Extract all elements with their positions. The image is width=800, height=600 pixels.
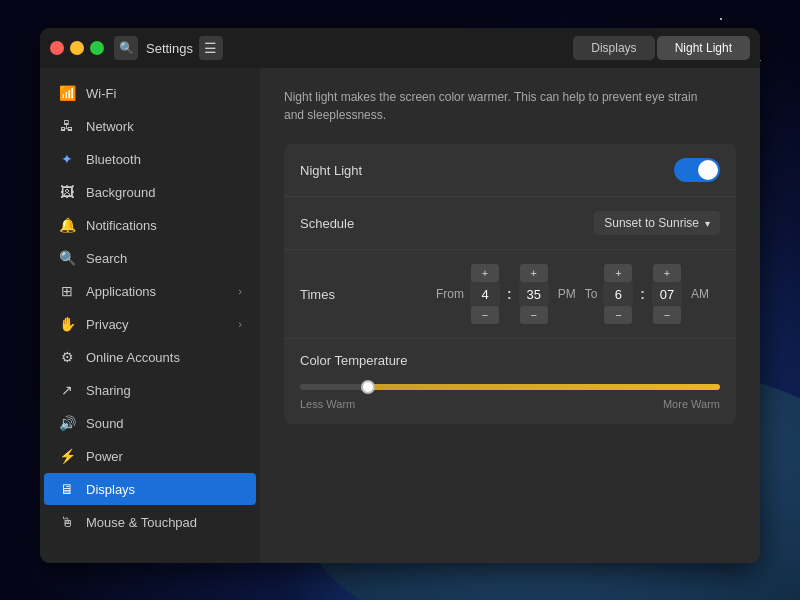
- to-label: To: [585, 287, 598, 301]
- schedule-value: Sunset to Sunrise: [604, 216, 699, 230]
- chevron-down-icon: ▾: [705, 218, 710, 229]
- from-minute-value: 35: [519, 282, 549, 306]
- times-row: Times From + 4 − : + 35: [284, 250, 736, 339]
- sidebar-label-displays: Displays: [86, 482, 135, 497]
- window-title: Settings: [146, 41, 193, 56]
- sidebar-label-privacy: Privacy: [86, 317, 129, 332]
- sidebar-item-background[interactable]: 🖼 Background: [44, 176, 256, 208]
- schedule-control: Sunset to Sunrise ▾: [430, 211, 720, 235]
- to-minute-up[interactable]: +: [653, 264, 681, 282]
- color-temp-label: Color Temperature: [300, 353, 430, 368]
- sidebar-label-bluetooth: Bluetooth: [86, 152, 141, 167]
- less-warm-label: Less Warm: [300, 398, 355, 410]
- tab-bar: Displays Night Light: [573, 36, 750, 60]
- sidebar-label-wifi: Wi-Fi: [86, 86, 116, 101]
- from-hour-up[interactable]: +: [471, 264, 499, 282]
- sidebar-label-background: Background: [86, 185, 155, 200]
- sidebar-item-bluetooth[interactable]: ✦ Bluetooth: [44, 143, 256, 175]
- to-ampm: AM: [691, 287, 709, 301]
- network-icon: 🖧: [58, 118, 76, 134]
- slider-labels: Less Warm More Warm: [300, 398, 720, 410]
- sidebar-label-power: Power: [86, 449, 123, 464]
- displays-icon: 🖥: [58, 481, 76, 497]
- from-minute-spinbox: + 35 −: [519, 264, 549, 324]
- toggle-control: [430, 158, 720, 182]
- from-hour-value: 4: [470, 282, 500, 306]
- wifi-icon: 📶: [58, 85, 76, 101]
- sharing-icon: ↗: [58, 382, 76, 398]
- sidebar-label-search: Search: [86, 251, 127, 266]
- to-minute-down[interactable]: −: [653, 306, 681, 324]
- night-light-toggle[interactable]: [674, 158, 720, 182]
- night-light-label: Night Light: [300, 163, 430, 178]
- sidebar-label-sound: Sound: [86, 416, 124, 431]
- sidebar-label-sharing: Sharing: [86, 383, 131, 398]
- window-body: 📶 Wi-Fi 🖧 Network ✦ Bluetooth 🖼 Backgrou…: [40, 68, 760, 563]
- applications-icon: ⊞: [58, 283, 76, 299]
- from-ampm: PM: [558, 287, 576, 301]
- times-control: From + 4 − : + 35 −: [436, 264, 712, 324]
- sidebar-label-applications: Applications: [86, 284, 156, 299]
- to-minute-value: 07: [652, 282, 682, 306]
- main-content: Night light makes the screen color warme…: [260, 68, 760, 563]
- to-hour-value: 6: [603, 282, 633, 306]
- sidebar: 📶 Wi-Fi 🖧 Network ✦ Bluetooth 🖼 Backgrou…: [40, 68, 260, 563]
- sidebar-item-displays[interactable]: 🖥 Displays: [44, 473, 256, 505]
- night-light-description: Night light makes the screen color warme…: [284, 88, 736, 124]
- bluetooth-icon: ✦: [58, 151, 76, 167]
- to-hour-spinbox: + 6 −: [603, 264, 633, 324]
- sound-icon: 🔊: [58, 415, 76, 431]
- to-hour-down[interactable]: −: [604, 306, 632, 324]
- background-icon: 🖼: [58, 184, 76, 200]
- night-light-section: Night Light Schedule Sunset to Sunrise ▾: [284, 144, 736, 424]
- sidebar-item-wifi[interactable]: 📶 Wi-Fi: [44, 77, 256, 109]
- color-temp-slider[interactable]: [300, 384, 720, 390]
- maximize-button[interactable]: □: [90, 41, 104, 55]
- sidebar-label-mouse-touchpad: Mouse & Touchpad: [86, 515, 197, 530]
- sidebar-item-notifications[interactable]: 🔔 Notifications: [44, 209, 256, 241]
- search-icon-button[interactable]: 🔍: [114, 36, 138, 60]
- from-label: From: [436, 287, 464, 301]
- sidebar-label-network: Network: [86, 119, 134, 134]
- schedule-dropdown[interactable]: Sunset to Sunrise ▾: [594, 211, 720, 235]
- privacy-icon: ✋: [58, 316, 76, 332]
- arrow-icon-applications: ›: [238, 285, 242, 297]
- sidebar-item-online-accounts[interactable]: ⚙ Online Accounts: [44, 341, 256, 373]
- sidebar-label-notifications: Notifications: [86, 218, 157, 233]
- tab-displays[interactable]: Displays: [573, 36, 654, 60]
- color-temperature-row: Color Temperature Less Warm More Warm: [284, 339, 736, 424]
- sidebar-item-sound[interactable]: 🔊 Sound: [44, 407, 256, 439]
- sidebar-item-network[interactable]: 🖧 Network: [44, 110, 256, 142]
- sidebar-item-search[interactable]: 🔍 Search: [44, 242, 256, 274]
- arrow-icon-privacy: ›: [238, 318, 242, 330]
- window-controls: × – □: [50, 41, 104, 55]
- to-minute-spinbox: + 07 −: [652, 264, 682, 324]
- sidebar-item-privacy[interactable]: ✋ Privacy ›: [44, 308, 256, 340]
- from-minute-down[interactable]: −: [520, 306, 548, 324]
- search-icon: 🔍: [58, 250, 76, 266]
- power-icon: ⚡: [58, 448, 76, 464]
- mouse-icon: 🖱: [58, 514, 76, 530]
- close-button[interactable]: ×: [50, 41, 64, 55]
- sidebar-item-mouse-touchpad[interactable]: 🖱 Mouse & Touchpad: [44, 506, 256, 538]
- menu-button[interactable]: ☰: [199, 36, 223, 60]
- notifications-icon: 🔔: [58, 217, 76, 233]
- sidebar-item-applications[interactable]: ⊞ Applications ›: [44, 275, 256, 307]
- more-warm-label: More Warm: [663, 398, 720, 410]
- colon-1: :: [507, 286, 512, 302]
- sidebar-label-online-accounts: Online Accounts: [86, 350, 180, 365]
- sidebar-item-power[interactable]: ⚡ Power: [44, 440, 256, 472]
- times-label: Times: [300, 287, 430, 302]
- tab-night-light[interactable]: Night Light: [657, 36, 750, 60]
- from-hour-spinbox: + 4 −: [470, 264, 500, 324]
- sidebar-item-sharing[interactable]: ↗ Sharing: [44, 374, 256, 406]
- schedule-label: Schedule: [300, 216, 430, 231]
- titlebar: × – □ 🔍 Settings ☰ Displays Night Light: [40, 28, 760, 68]
- online-accounts-icon: ⚙: [58, 349, 76, 365]
- from-minute-up[interactable]: +: [520, 264, 548, 282]
- from-hour-down[interactable]: −: [471, 306, 499, 324]
- to-hour-up[interactable]: +: [604, 264, 632, 282]
- colon-2: :: [640, 286, 645, 302]
- settings-window: × – □ 🔍 Settings ☰ Displays Night Light …: [40, 28, 760, 563]
- minimize-button[interactable]: –: [70, 41, 84, 55]
